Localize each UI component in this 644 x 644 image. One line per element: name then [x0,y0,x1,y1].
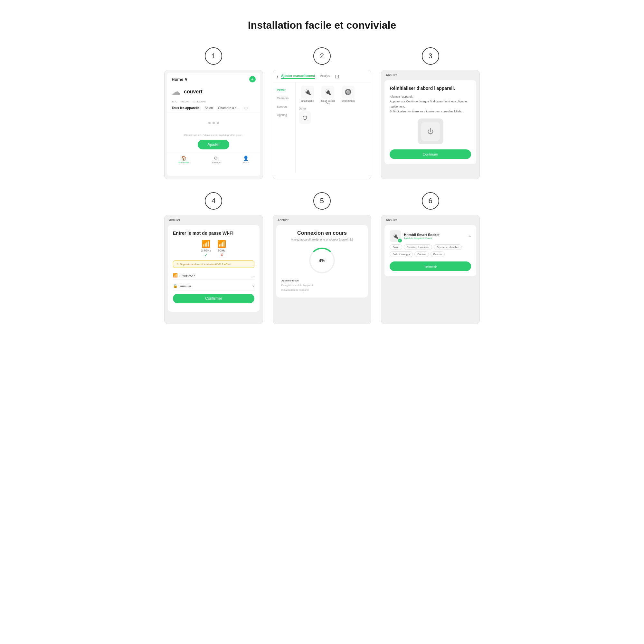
warning-icon: ⚠ [176,263,179,266]
step2-header: ‹ Ajouter manuellement Analys... ⊡ [273,70,371,82]
step-4-phone: Annuler Entrer le mot de passe Wi-Fi 📶 2… [164,215,263,324]
other-device-icon[interactable]: ⬡ [299,111,311,124]
nav-scene-label: Scénario [212,161,221,164]
step2-sidebar: Power Cameras Sensors Lighting [273,82,296,173]
step-2-phone: ‹ Ajouter manuellement Analys... ⊡ Power… [273,70,372,179]
dot-2 [213,122,215,124]
nav-scene[interactable]: ⚙ Scénario [212,156,221,164]
tab-all[interactable]: Tous les appareils [172,106,200,110]
wifi-bands: 📶 2.4GHz ✓ 📶 5GHz ✗ [173,240,254,257]
step2-content: Power Cameras Sensors Lighting 🔌 Smart S… [273,82,371,173]
progress-circle: 4% [309,248,335,273]
step-1-number: 1 [205,47,222,65]
sidebar-sensors[interactable]: Sensors [273,102,295,111]
step2-tabs: Ajouter manuellement Analys... [281,74,332,79]
wifi-warning-text: Supporte seulement le réseau Wi-Fi 2.4Gh… [180,263,230,266]
step-3-number: 3 [422,47,439,65]
connecting-subtitle: Placez appareil, téléphone et routeur à … [281,238,363,241]
step4-cancel[interactable]: Annuler [165,215,263,225]
more-icon[interactable]: ••• [244,106,248,110]
band-5: 📶 5GHz ✗ [217,240,226,257]
band-5-check: ✗ [220,253,223,257]
add-hint: Cliquez sur le "+" dans le coin supérieu… [167,134,260,140]
connecting-card: Connexion en cours Placez appareil, télé… [276,225,368,298]
dot-1 [208,122,211,124]
step-5-number: 5 [313,192,331,210]
connect-step-1: Appareil trouvé [281,279,363,283]
dot-3 [217,122,219,124]
done-button[interactable]: Terminé [390,261,471,271]
room-tag-bureau[interactable]: Bureau [431,251,445,257]
home-header: Home ∨ + [167,73,260,84]
wifi-network-field[interactable]: 📶 mynetwork ... [173,271,254,280]
connect-step-3: Initialisation de l'appareil [281,288,363,292]
wifi-title: Entrer le mot de passe Wi-Fi [173,230,254,236]
step5-cancel[interactable]: Annuler [273,215,371,225]
tab-manual[interactable]: Ajouter manuellement [281,74,315,79]
step6-cancel[interactable]: Annuler [381,215,479,225]
smart-socket-duo-icon: 🔌 [321,86,334,99]
nav-home[interactable]: 🏠 Ma famille [178,156,189,164]
room-tag-deuxieme[interactable]: Deuxième chambre [434,244,462,250]
wifi-password-field[interactable]: 🔒 •••••••••• ∨ [173,282,254,290]
room-tag-salon[interactable]: Salon [390,244,402,250]
confirm-button[interactable]: Confirmer [173,294,254,303]
device-smart-socket-duo[interactable]: 🔌 Smart Socket Duo [319,86,337,104]
nav-profile[interactable]: 👤 Profil [243,156,249,164]
weather-humidity: 55.0% [181,100,189,103]
scan-icon[interactable]: ⊡ [335,73,339,80]
smart-switch-icon: 🔘 [342,86,355,99]
continue-button[interactable]: Continuer [390,149,471,159]
home-nav-icon: 🏠 [181,156,186,161]
network-edit-icon[interactable]: ... [251,274,254,277]
device-image: ⏻ [418,118,443,144]
sidebar-cameras[interactable]: Cameras [273,94,295,102]
tab-salon[interactable]: Salon [205,106,213,110]
sidebar-power[interactable]: Power [273,86,295,94]
step-2-container: 2 ‹ Ajouter manuellement Analys... ⊡ Pow… [273,47,372,179]
step3-cancel[interactable]: Annuler [381,70,479,80]
room-tag-cuisine[interactable]: Cuisine [414,251,429,257]
connect-step-2: Enregistrement de l'appareil [281,283,363,288]
step-6-number: 6 [422,192,439,210]
steps-grid: 1 Home ∨ + ☁ couvert 11°C 55.0% 1011.4 h… [164,47,480,324]
device-smart-socket[interactable]: 🔌 Smart Socket [299,86,317,104]
lock-icon: 🔒 [173,284,178,288]
band-24-label: 2.4GHz [201,249,211,252]
other-label: Other [299,107,368,110]
smart-socket-duo-label: Smart Socket Duo [319,100,337,104]
weather-city: couvert [184,89,203,95]
step-3-container: 3 Annuler Réinitialiser d'abord l'appare… [381,47,480,179]
tab-chambre[interactable]: Chambre à c... [218,106,239,110]
tab-analyse[interactable]: Analys... [320,74,332,79]
dots-container [167,112,260,134]
reset-step-1: Allumez l'appareil. [390,94,471,99]
smart-socket-label: Smart Socket [301,100,314,102]
router-5g-icon: 📶 [217,240,226,248]
success-card: 🔌 ✓ Hombli Smart Socket Ajout de l'appar… [384,225,476,276]
password-toggle-icon[interactable]: ∨ [252,284,254,288]
smart-socket-icon: 🔌 [301,86,314,99]
edit-icon[interactable]: ✏ [469,234,471,238]
scene-nav-icon: ⚙ [214,156,218,161]
band-24-check: ✓ [204,253,208,257]
reset-title: Réinitialiser d'abord l'appareil. [390,85,471,91]
room-tag-salle[interactable]: Salle à manger [390,251,413,257]
sidebar-lighting[interactable]: Lighting [273,111,295,119]
step-4-number: 4 [205,192,222,210]
page-title: Installation facile et conviviale [164,19,480,31]
device-info: Hombli Smart Socket Ajout de l'appareil … [404,233,466,240]
add-device-button[interactable]: Ajouter [198,140,229,149]
device-avatar: 🔌 ✓ [390,230,401,242]
back-icon[interactable]: ‹ [277,74,279,80]
step-6-container: 6 Annuler 🔌 ✓ Hombli Smart Socket Ajout … [381,192,480,324]
device-smart-switch[interactable]: 🔘 Smart Switch [339,86,357,104]
room-tag-chambre[interactable]: Chambre à coucher [404,244,432,250]
profile-nav-icon: 👤 [243,156,249,161]
band-24: 📶 2.4GHz ✓ [201,240,211,257]
step-2-number: 2 [313,47,331,65]
add-button-green[interactable]: + [249,76,256,82]
step-1-container: 1 Home ∨ + ☁ couvert 11°C 55.0% 1011.4 h… [164,47,263,179]
step-3-phone: Annuler Réinitialiser d'abord l'appareil… [381,70,480,179]
reset-step-2: Appuyer sur Continuer lorsque l'indicate… [390,99,471,109]
